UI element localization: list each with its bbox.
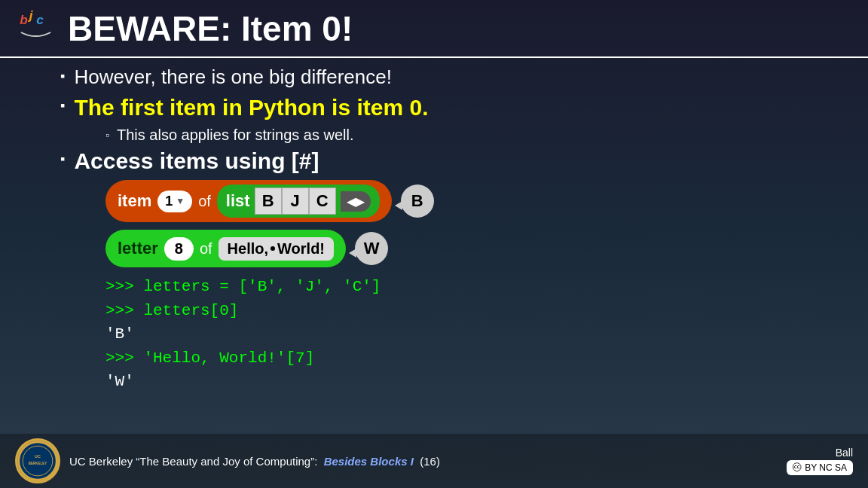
footer-course-name: Besides Blocks I: [324, 455, 414, 468]
code-line-5: 'W': [105, 370, 823, 394]
sub-bullet-1-marker: ▫: [105, 129, 109, 141]
list-cells: B J C: [255, 188, 336, 215]
code-line-4: >>> 'Hello, World!'[7]: [105, 346, 823, 371]
bubble-w: W: [355, 232, 388, 265]
svg-text:UC: UC: [35, 454, 41, 459]
bullet-2-marker: ▪: [60, 98, 65, 114]
bullet-3-marker: ▪: [60, 151, 65, 167]
svg-text:j: j: [28, 8, 34, 23]
main-content: ▪ However, there is one big difference! …: [0, 66, 868, 394]
bullet-1-text: However, there is one big difference!: [74, 66, 392, 89]
item-block[interactable]: item 1 ▼ of list B J C ◀▶: [105, 180, 392, 222]
bullet-3-text: Access items using [#]: [74, 148, 319, 174]
item-label: item: [118, 191, 151, 211]
footer-right: Ball 🅭 BY NC SA: [787, 447, 853, 475]
item-value-oval[interactable]: 1 ▼: [157, 191, 192, 212]
sub-bullet-1: ▫ This also applies for strings as well.: [105, 127, 823, 144]
list-cell-j: J: [282, 188, 309, 215]
blocks-area: item 1 ▼ of list B J C ◀▶ B: [105, 180, 823, 267]
hello-dot: [270, 246, 275, 251]
code-line-3: 'B': [105, 322, 823, 346]
bullet-3: ▪ Access items using [#]: [60, 148, 823, 174]
list-block[interactable]: list B J C ◀▶: [217, 185, 380, 218]
cc-text: BY NC SA: [805, 462, 847, 473]
bubble-b: B: [401, 185, 434, 218]
item-value: 1: [165, 194, 173, 209]
letter-of-text: of: [200, 240, 212, 258]
footer-prefix: UC Berkeley “The Beauty and Joy of Compu…: [69, 455, 317, 468]
footer: UC BERKELEY UC Berkeley “The Beauty and …: [0, 434, 868, 488]
creative-commons-box: 🅭 BY NC SA: [787, 460, 853, 475]
nav-arrows[interactable]: ◀▶: [341, 191, 371, 212]
dropdown-arrow-icon[interactable]: ▼: [176, 196, 185, 206]
letter-value-oval[interactable]: 8: [164, 237, 194, 261]
uc-berkeley-seal: UC BERKELEY: [15, 438, 60, 483]
page-title: BEWARE: Item 0!: [68, 8, 353, 49]
svg-text:c: c: [36, 12, 44, 27]
letter-value: 8: [175, 240, 183, 257]
letter-block-row: letter 8 of Hello, World! W: [105, 230, 823, 267]
item-of-text: of: [198, 193, 211, 210]
sub-bullet-1-text: This also applies for strings as well.: [117, 127, 354, 144]
list-label: list: [226, 191, 250, 211]
bubble-w-text: W: [364, 239, 380, 258]
bullet-1: ▪ However, there is one big difference!: [60, 66, 823, 89]
cc-icon: 🅭: [793, 462, 802, 473]
bjc-logo: b j c: [15, 8, 57, 49]
hello-text: Hello,: [228, 240, 268, 258]
footer-left: UC BERKELEY UC Berkeley “The Beauty and …: [15, 438, 440, 483]
letter-block[interactable]: letter 8 of Hello, World!: [105, 230, 346, 267]
footer-slide-num: (16): [420, 455, 440, 468]
footer-university-text: UC Berkeley “The Beauty and Joy of Compu…: [69, 455, 440, 468]
bullet-1-marker: ▪: [60, 69, 65, 84]
hello-world-block[interactable]: Hello, World!: [219, 237, 334, 261]
world-text: World!: [277, 240, 325, 258]
code-line-1: >>> letters = ['B', 'J', 'C']: [105, 275, 823, 299]
letter-label: letter: [118, 239, 158, 258]
list-cell-c: C: [309, 188, 336, 215]
bullet-2: ▪ The first item in Python is item 0.: [60, 95, 823, 120]
header: b j c BEWARE: Item 0!: [0, 0, 868, 58]
bullet-2-text: The first item in Python is item 0.: [74, 95, 428, 120]
code-line-2: >>> letters[0]: [105, 299, 823, 323]
bubble-b-text: B: [411, 191, 423, 211]
svg-text:BERKELEY: BERKELEY: [29, 462, 47, 465]
ball-credit: Ball: [836, 447, 853, 459]
list-cell-b: B: [255, 188, 282, 215]
svg-text:b: b: [20, 12, 28, 27]
item-block-row: item 1 ▼ of list B J C ◀▶ B: [105, 180, 823, 222]
code-block: >>> letters = ['B', 'J', 'C'] >>> letter…: [105, 275, 823, 394]
